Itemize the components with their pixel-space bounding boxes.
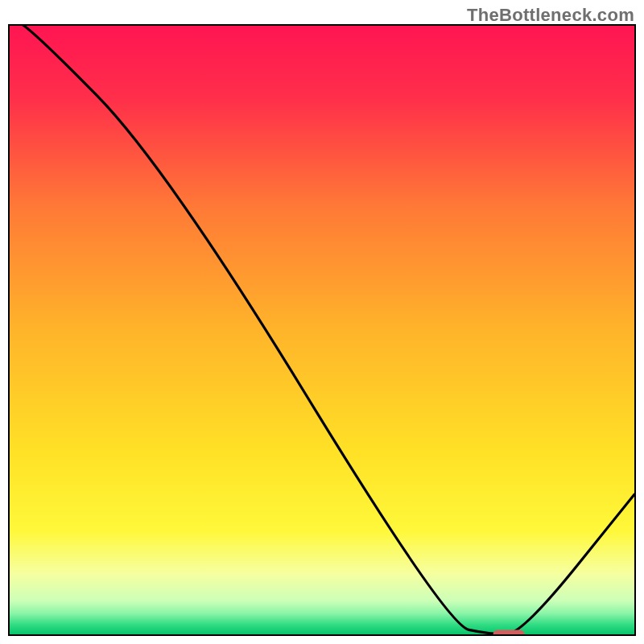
watermark-text: TheBottleneck.com [467, 5, 634, 26]
plot-area [8, 24, 636, 636]
optimum-marker [493, 630, 525, 636]
line-curve [10, 26, 634, 634]
chart-container: TheBottleneck.com [0, 0, 644, 644]
